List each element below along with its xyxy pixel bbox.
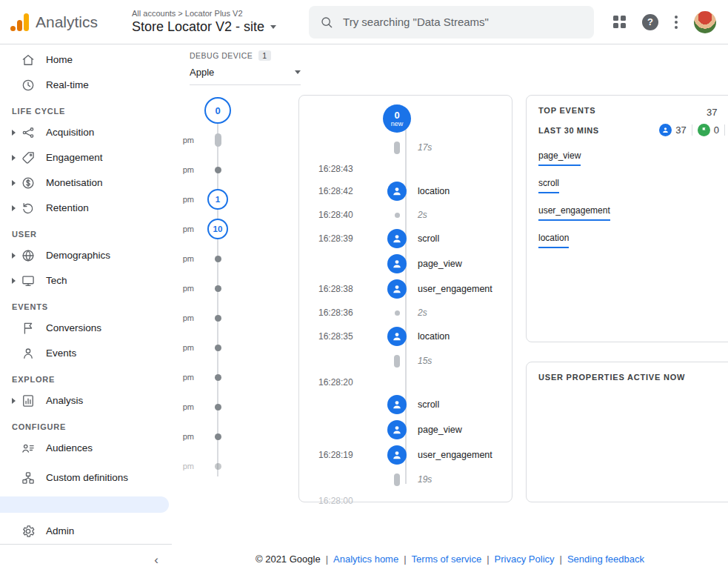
event-name[interactable]: user_engagement xyxy=(418,450,492,460)
sidebar-item-acquisition[interactable]: Acquisition xyxy=(0,120,172,145)
person-icon xyxy=(391,258,403,270)
minute-dot-marker[interactable] xyxy=(215,404,221,411)
footer-link-terms-of-service[interactable]: Terms of service xyxy=(412,554,482,565)
top-event-row[interactable]: scroll xyxy=(538,176,728,193)
event-marker-icon[interactable] xyxy=(387,445,407,465)
gap-capsule-marker xyxy=(394,355,400,368)
expand-arrow-icon[interactable] xyxy=(7,278,19,284)
top-event-name[interactable]: scroll xyxy=(538,178,559,193)
events-icon xyxy=(21,346,36,361)
minute-row[interactable]: pm xyxy=(172,392,296,422)
event-marker-icon[interactable] xyxy=(387,254,407,273)
minute-row[interactable]: pm xyxy=(172,155,296,185)
minute-row[interactable]: pm xyxy=(172,362,296,392)
sidebar-item-label: Custom definitions xyxy=(46,472,128,485)
minute-row[interactable]: pm xyxy=(172,451,296,481)
minute-dot-marker[interactable] xyxy=(215,374,221,381)
seconds-timeline-row: 16:28:19user_engagement xyxy=(299,442,512,468)
top-event-name[interactable]: user_engagement xyxy=(538,205,610,221)
top-event-row[interactable]: user_engagement xyxy=(538,203,728,221)
event-name[interactable]: location xyxy=(418,186,450,196)
minute-capsule-marker[interactable] xyxy=(215,133,221,147)
top-event-row[interactable]: location xyxy=(538,230,728,248)
minute-row[interactable]: pm1 xyxy=(172,185,296,214)
avatar[interactable] xyxy=(694,11,716,33)
seconds-timeline-row: 16:28:362s xyxy=(299,302,512,324)
footer-link-analytics-home[interactable]: Analytics home xyxy=(333,554,398,565)
sidebar-item-demographics[interactable]: Demographics xyxy=(0,243,172,268)
sidebar-item-label: Events xyxy=(46,348,76,360)
footer-link-privacy-policy[interactable]: Privacy Policy xyxy=(495,554,555,565)
minute-dot-marker[interactable] xyxy=(215,315,221,322)
minute-row[interactable]: pm xyxy=(172,244,296,273)
sidebar-item-tech[interactable]: Tech xyxy=(0,268,172,293)
event-name[interactable]: page_view xyxy=(418,425,462,435)
minute-dot-marker[interactable] xyxy=(215,167,221,173)
sidebar-selected-highlight[interactable] xyxy=(0,496,169,513)
minute-row[interactable]: pm xyxy=(172,333,296,362)
event-name[interactable]: scroll xyxy=(418,399,439,410)
minute-row[interactable]: 0 xyxy=(172,96,296,125)
seconds-timeline-row: 17s xyxy=(299,136,512,159)
new-events-bubble[interactable]: 0new xyxy=(383,104,411,133)
minute-count-bubble[interactable]: 10 xyxy=(207,219,228,239)
expand-arrow-icon[interactable] xyxy=(7,253,19,259)
more-options-button[interactable] xyxy=(675,16,678,29)
minute-time-label: pm xyxy=(172,462,194,471)
minute-count-bubble[interactable]: 1 xyxy=(207,189,228,210)
analytics-logo[interactable]: Analytics xyxy=(0,13,121,31)
footer-link-sending-feedback[interactable]: Sending feedback xyxy=(567,554,644,565)
minute-count-bubble[interactable]: 0 xyxy=(204,97,231,124)
device-select[interactable]: Apple xyxy=(190,67,301,85)
metric-chip-all-events[interactable]: 37 xyxy=(659,124,686,136)
event-marker-icon[interactable] xyxy=(387,229,407,248)
minute-dot-marker[interactable] xyxy=(215,433,221,440)
minute-row[interactable]: pm xyxy=(172,125,296,155)
minute-row[interactable]: pm10 xyxy=(172,214,296,244)
event-name[interactable]: scroll xyxy=(418,233,439,244)
sidebar-collapse-button[interactable]: ‹ xyxy=(0,544,172,575)
search-input[interactable] xyxy=(341,15,584,29)
top-event-row[interactable]: page_view xyxy=(538,148,728,166)
expand-arrow-icon[interactable] xyxy=(7,155,19,161)
event-marker-icon[interactable] xyxy=(387,395,407,414)
minute-dot-marker[interactable] xyxy=(215,285,221,292)
minute-row[interactable]: pm xyxy=(172,273,296,303)
event-name[interactable]: user_engagement xyxy=(418,284,492,294)
sidebar-item-monetisation[interactable]: Monetisation xyxy=(0,170,172,196)
sidebar-item-retention[interactable]: Retention xyxy=(0,196,172,221)
top-event-name[interactable]: page_view xyxy=(538,150,581,166)
minute-dot-marker[interactable] xyxy=(215,345,221,351)
search-bar[interactable] xyxy=(309,6,594,39)
event-marker-icon[interactable] xyxy=(387,279,407,299)
sidebar-item-audiences[interactable]: Audiences xyxy=(0,436,172,461)
apps-grid-icon[interactable] xyxy=(613,16,626,28)
minute-dot-marker[interactable] xyxy=(215,463,221,470)
minute-row[interactable]: pm xyxy=(172,303,296,333)
expand-arrow-icon[interactable] xyxy=(7,130,19,136)
expand-arrow-icon[interactable] xyxy=(7,180,19,186)
sidebar-item-custom-definitions[interactable]: Custom definitions xyxy=(0,461,172,495)
sidebar-item-home[interactable]: Home xyxy=(0,47,172,73)
top-event-name[interactable]: location xyxy=(538,233,569,248)
sidebar-item-admin[interactable]: Admin xyxy=(0,519,172,544)
help-button[interactable]: ? xyxy=(642,14,658,30)
event-name[interactable]: page_view xyxy=(418,259,462,269)
minute-row[interactable]: pm xyxy=(172,422,296,451)
event-name[interactable]: location xyxy=(418,331,450,342)
metric-chip-conversions[interactable]: 0 xyxy=(698,124,719,136)
sidebar-item-engagement[interactable]: Engagement xyxy=(0,145,172,170)
event-marker-icon[interactable] xyxy=(387,182,407,201)
sidebar-item-analysis[interactable]: Analysis xyxy=(0,388,172,413)
acquisition-icon xyxy=(21,125,36,140)
property-switcher[interactable]: All accounts > Locator Plus V2 Store Loc… xyxy=(132,9,276,35)
expand-arrow-icon[interactable] xyxy=(7,398,19,404)
sidebar-item-conversions[interactable]: Conversions xyxy=(0,316,172,341)
sidebar-item-real-time[interactable]: Real-time xyxy=(0,73,172,98)
expand-arrow-icon[interactable] xyxy=(7,205,19,211)
minute-dot-marker[interactable] xyxy=(215,256,221,262)
event-marker-icon[interactable] xyxy=(387,327,407,346)
event-marker-icon[interactable] xyxy=(387,420,407,439)
sidebar-item-events[interactable]: Events xyxy=(0,341,172,366)
event-timestamp: 16:28:40 xyxy=(299,210,381,220)
